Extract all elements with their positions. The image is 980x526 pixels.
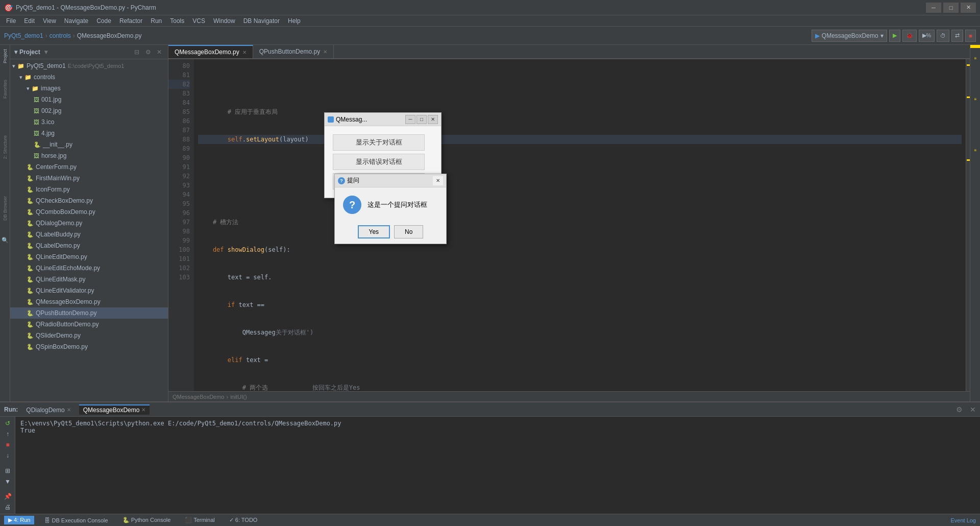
run-scroll-up-button[interactable]: ↑ <box>2 429 13 438</box>
tab-qmessagebox-close[interactable]: ✕ <box>242 50 247 55</box>
qmsg-close[interactable]: ✕ <box>428 115 438 124</box>
project-chevron[interactable]: ▾ <box>44 49 47 56</box>
terminal-tab[interactable]: ⬛ Terminal <box>181 516 218 524</box>
run-stop-button[interactable]: ■ <box>2 441 13 449</box>
qmsg-minimize[interactable]: ─ <box>405 115 415 124</box>
tab-qpushbutton-close[interactable]: ✕ <box>323 49 327 55</box>
favorites-icon[interactable]: Favorites <box>3 78 8 101</box>
tree-qlineeditmask[interactable]: 🐍 QLineEditMask.py <box>10 274 168 285</box>
menu-run[interactable]: Run <box>146 16 166 26</box>
run-panel-settings[interactable]: ⚙ <box>956 405 963 414</box>
run-pin-button[interactable]: 📌 <box>2 492 13 501</box>
menu-db-navigator[interactable]: DB Navigator <box>239 16 284 26</box>
tree-horsejpg[interactable]: 🖼 horse.jpg <box>10 150 168 161</box>
question-dialog[interactable]: ? 提问 ✕ ? 这是一个提问对话框 Yes No <box>334 174 447 244</box>
menu-edit[interactable]: Edit <box>20 16 39 26</box>
qdlg-close-btn[interactable]: ✕ <box>433 176 443 185</box>
db-exec-tab[interactable]: 🗄 DB Execution Console <box>40 516 112 524</box>
code-editor[interactable]: # 应用于垂直布局 self.setLayout(layout) # 槽方法 d… <box>194 59 966 391</box>
coverage-button[interactable]: ▶% <box>919 30 935 42</box>
run-tab-qmessagebox-close[interactable]: ✕ <box>141 407 145 413</box>
breadcrumb-folder[interactable]: controls <box>50 32 71 39</box>
tree-init-py[interactable]: 🐍 __init__.py <box>10 139 168 150</box>
tree-qlineeditvalidator[interactable]: 🐍 QLineEditValidator.py <box>10 285 168 296</box>
run-button[interactable]: ▶ <box>889 30 900 42</box>
tree-images-folder[interactable]: ▾ 📁 images <box>10 83 168 94</box>
tab-qpushbutton[interactable]: QPushButtonDemo.py ✕ <box>253 45 334 58</box>
run-tab-qmessagebox[interactable]: QMessageBoxDemo ✕ <box>79 404 150 415</box>
run-tab-qmessagebox-label: QMessageBoxDemo <box>83 407 140 414</box>
menu-code[interactable]: Code <box>92 16 115 26</box>
run-filter-button[interactable]: ▼ <box>2 477 13 486</box>
menu-tools[interactable]: Tools <box>166 16 188 26</box>
tree-qspinbox[interactable]: 🐍 QSpinBoxDemo.py <box>10 341 168 352</box>
app-icon: 🎯 <box>4 4 13 12</box>
menu-vcs[interactable]: VCS <box>188 16 209 26</box>
code-line-88: if text == <box>198 300 962 309</box>
run-wrap-button[interactable]: ⊞ <box>2 466 13 475</box>
run-tab-qdialog[interactable]: QDialogDemo ✕ <box>22 404 75 415</box>
run-print-button[interactable]: 🖨 <box>2 503 13 512</box>
qmsg-error-btn[interactable]: 显示错误对话框 <box>333 154 425 170</box>
tree-qlineedit[interactable]: 🐍 QLineEditDemo.py <box>10 251 168 262</box>
tree-qslider[interactable]: 🐍 QSliderDemo.py <box>10 330 168 341</box>
menu-file[interactable]: File <box>2 16 20 26</box>
project-close-button[interactable]: ✕ <box>155 47 164 57</box>
concurrency-button[interactable]: ⇄ <box>951 30 963 42</box>
project-settings-button[interactable]: ⚙ <box>143 47 153 57</box>
run-tab-bottom[interactable]: ▶ 4: Run <box>4 516 34 524</box>
menu-refactor[interactable]: Refactor <box>115 16 146 26</box>
python-console-tab[interactable]: 🐍 Python Console <box>118 516 175 524</box>
tree-qpushbutton[interactable]: 🐍 QPushButtonDemo.py <box>10 307 168 319</box>
run-config-selector[interactable]: ▶ QMessageBoxDemo ▾ <box>812 30 887 42</box>
ln-97: 97 <box>168 218 190 227</box>
menu-navigate[interactable]: Navigate <box>60 16 92 26</box>
tree-qlineeditecho[interactable]: 🐍 QLineEditEchoMode.py <box>10 262 168 274</box>
right-sidebar-icon-4: ≡ <box>970 145 980 155</box>
horsejpg-label: horse.jpg <box>41 152 66 159</box>
tree-centerform[interactable]: 🐍 CenterForm.py <box>10 161 168 173</box>
qmsg-about-btn[interactable]: 显示关于对话框 <box>333 134 425 151</box>
tree-firstmainwin[interactable]: 🐍 FirstMainWin.py <box>10 173 168 184</box>
qdlg-yes-button[interactable]: Yes <box>358 225 390 238</box>
tree-002jpg[interactable]: 🖼 002.jpg <box>10 105 168 116</box>
structure-icon[interactable]: 2: Structure <box>3 133 8 161</box>
qmsg-maximize[interactable]: □ <box>416 115 427 124</box>
tree-qcheckbox[interactable]: 🐍 QCheckBoxDemo.py <box>10 195 168 206</box>
tree-qlabelbuddy[interactable]: 🐍 QLabelBuddy.py <box>10 229 168 240</box>
tab-qmessagebox[interactable]: QMessageBoxDemo.py ✕ <box>168 45 253 58</box>
tree-qcombobox[interactable]: 🐍 QComboBoxDemo.py <box>10 206 168 218</box>
stop-button[interactable]: ■ <box>965 30 976 42</box>
run-scroll-down-button[interactable]: ↓ <box>2 451 13 460</box>
run-tab-qdialog-close[interactable]: ✕ <box>67 407 71 413</box>
tree-4jpg[interactable]: 🖼 4.jpg <box>10 128 168 139</box>
project-tool-icon[interactable]: Project <box>3 47 8 65</box>
maximize-button[interactable]: □ <box>943 3 959 13</box>
breadcrumb-project[interactable]: PyQt5_demo1 <box>4 32 43 39</box>
todo-tab[interactable]: ✓ 6: TODO <box>225 516 262 524</box>
debug-button[interactable]: 🐞 <box>902 30 917 42</box>
run-panel-close[interactable]: ✕ <box>970 405 976 414</box>
tree-controls-folder[interactable]: ▾ 📁 controls <box>10 71 168 83</box>
minimize-button[interactable]: ─ <box>926 3 941 13</box>
search-everywhere-icon[interactable]: 🔍 <box>2 235 9 246</box>
menu-help[interactable]: Help <box>284 16 305 26</box>
tree-001jpg[interactable]: 🖼 001.jpg <box>10 94 168 105</box>
tree-root[interactable]: ▾ 📁 PyQt5_demo1 E:\code\PyQt5_demo1 <box>10 60 168 71</box>
close-button[interactable]: ✕ <box>961 3 976 13</box>
profile-button[interactable]: ⏱ <box>937 30 949 42</box>
event-log-link[interactable]: Event Log <box>950 517 976 523</box>
tree-qlabeldemo[interactable]: 🐍 QLabelDemo.py <box>10 240 168 251</box>
tree-qmessagebox[interactable]: 🐍 QMessageBoxDemo.py <box>10 296 168 307</box>
tree-iconform[interactable]: 🐍 IconForm.py <box>10 184 168 195</box>
db-browser-icon[interactable]: DB Browser <box>3 194 8 223</box>
menu-view[interactable]: View <box>39 16 60 26</box>
tree-qdialog[interactable]: 🐍 QDialogDemo.py <box>10 218 168 229</box>
tree-3ico[interactable]: 🖼 3.ico <box>10 116 168 128</box>
collapse-all-button[interactable]: ⊟ <box>132 47 141 57</box>
qdlg-no-button[interactable]: No <box>394 225 423 238</box>
menu-window[interactable]: Window <box>209 16 239 26</box>
run-rerun-button[interactable]: ↺ <box>2 419 13 427</box>
title-bar-controls[interactable]: ─ □ ✕ <box>926 3 976 13</box>
tree-qradiobutton[interactable]: 🐍 QRadioButtonDemo.py <box>10 319 168 330</box>
